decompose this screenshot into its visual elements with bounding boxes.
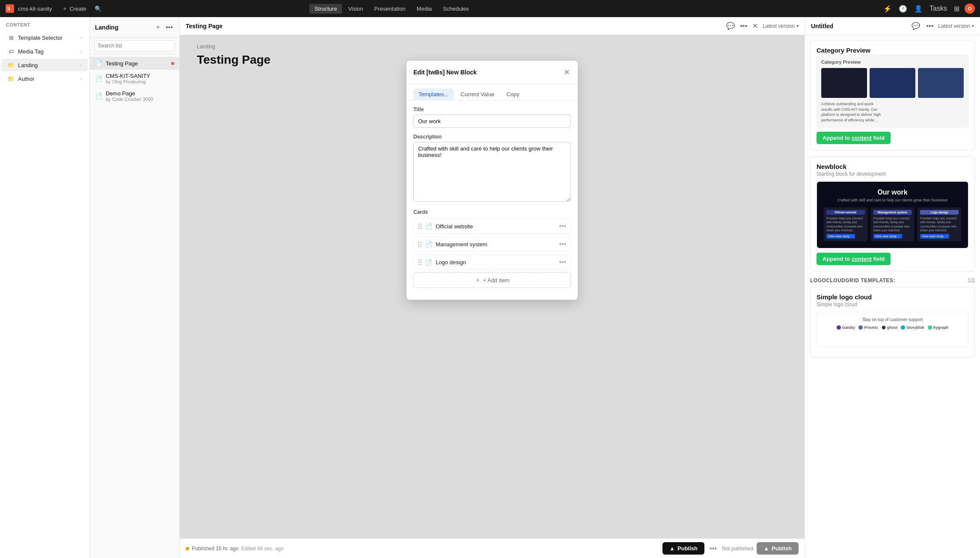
user-icon[interactable]: 👤 xyxy=(912,3,924,15)
template-preview-category: Category Preview Achieve outstanding and… xyxy=(817,55,968,127)
add-item-label: + Add item xyxy=(483,277,510,283)
sidebar-item-author[interactable]: 📁 Author › xyxy=(2,72,88,85)
list-item-testing-page[interactable]: 📄 Testing Page xyxy=(90,57,179,70)
modal-close-button[interactable]: ✕ xyxy=(563,67,571,78)
card-name-0: Official website xyxy=(436,223,555,230)
ghost-dot xyxy=(882,325,886,330)
clock-icon[interactable]: 🕐 xyxy=(897,3,909,15)
card-item-0: 📄 Official website ••• xyxy=(413,218,571,234)
publish-button[interactable]: ▲ Publish xyxy=(662,542,704,555)
nav-vision[interactable]: Vision xyxy=(343,4,368,14)
right-more-button[interactable]: ••• xyxy=(925,21,935,31)
sidebar-item-template-selector[interactable]: ⊞ Template Selector › xyxy=(2,31,88,44)
logo-prismic: Prismic xyxy=(858,325,878,330)
card-menu-button-2[interactable]: ••• xyxy=(559,258,566,266)
version-selector[interactable]: Latest version ▾ xyxy=(763,23,799,29)
modal-body: Title Description Cards xyxy=(407,100,578,300)
drag-handle-1[interactable] xyxy=(418,242,422,247)
newblock-title: Newblock xyxy=(817,163,968,170)
right-version-selector[interactable]: Latest version ▾ xyxy=(938,23,974,29)
modal-tab-templates[interactable]: Templates... xyxy=(413,89,454,100)
right-comment-button[interactable]: 💬 xyxy=(910,21,921,31)
gatsby-dot xyxy=(837,325,841,330)
search-input[interactable] xyxy=(94,40,175,51)
description-textarea[interactable] xyxy=(413,142,571,202)
drag-handle-0[interactable] xyxy=(418,224,422,229)
logo-cloud-preview-title: Stay on top of customer support xyxy=(822,317,963,322)
version-arrow-icon: ▾ xyxy=(796,24,799,28)
logo-hygraph: hygraph xyxy=(928,325,949,330)
nav-presentation[interactable]: Presentation xyxy=(369,4,411,14)
published-label: Published 16 hr. ago xyxy=(192,546,238,552)
template-selector-label: Template Selector xyxy=(18,35,77,41)
status-dot xyxy=(171,62,174,65)
title-input[interactable] xyxy=(413,115,571,128)
template-card-category: Category Preview Category Preview Achiev… xyxy=(810,40,975,151)
publish-more-button[interactable]: ••• xyxy=(708,543,719,554)
newblock-card-1: Management system Possible helps you con… xyxy=(871,207,915,241)
grid-icon[interactable]: ⊞ xyxy=(952,3,961,15)
publish-button-2[interactable]: ▲ Publish xyxy=(757,542,799,555)
topbar: S cms-kit-sanity ＋ Create 🔍 Structure Vi… xyxy=(0,0,980,17)
page-icon-3: 📄 xyxy=(95,93,102,100)
logocloudgrid-label: LOGOCLOUDGRID TEMPLATES: xyxy=(810,278,968,283)
chevron-right-icon-2: › xyxy=(80,49,82,54)
author-label: Author xyxy=(18,76,77,82)
template-icon: ⊞ xyxy=(8,34,15,41)
publish-status: Published 16 hr. ago Edited 46 sec. ago xyxy=(186,546,659,552)
right-version-label: Latest version xyxy=(938,23,970,29)
hygraph-dot xyxy=(928,325,932,330)
modal-tab-copy[interactable]: Copy xyxy=(501,89,524,100)
page-name-testing: Testing Page xyxy=(106,60,168,67)
logo-cloud-title: Simple logo cloud xyxy=(817,293,968,301)
logo-cloud-subtitle: Simple logo cloud xyxy=(817,301,968,307)
search-button[interactable]: 🔍 xyxy=(93,4,104,14)
chevron-right-icon: › xyxy=(80,35,82,40)
drag-handle-2[interactable] xyxy=(418,260,422,265)
page-item-info-2: CMS-KIT-SANITY by Oleg Proskuring xyxy=(106,73,174,84)
tasks-label[interactable]: Tasks xyxy=(928,3,949,14)
lightning-icon[interactable]: ⚡ xyxy=(882,3,894,15)
append-newblock-button[interactable]: Append to content field xyxy=(817,253,891,265)
list-item-demo[interactable]: 📄 Demo Page by Code Crusher 3000 xyxy=(90,87,179,105)
add-item-button[interactable]: ＋ + Add item xyxy=(413,272,571,288)
close-editor-button[interactable]: ✕ xyxy=(751,21,759,31)
template-card-category-title: Category Preview xyxy=(817,47,968,54)
storyblok-dot xyxy=(901,325,905,330)
avatar[interactable]: O xyxy=(965,3,975,14)
modal-tab-current[interactable]: Current Value xyxy=(455,89,499,100)
page-name-cms: CMS-KIT-SANITY xyxy=(106,73,174,79)
modal-title: Edit [twBs] New Block xyxy=(413,69,563,76)
folder-icon: 📁 xyxy=(8,62,15,68)
list-item-cms-kit[interactable]: 📄 CMS-KIT-SANITY by Oleg Proskuring xyxy=(90,70,179,87)
sidebar-item-media-tag[interactable]: 🏷 Media Tag › xyxy=(2,45,88,58)
card-menu-button-0[interactable]: ••• xyxy=(559,222,566,230)
cat-card-1 xyxy=(821,68,867,98)
middle-panel: Landing ＋ ••• 📄 Testing Page 📄 CMS-KIT-S… xyxy=(90,17,180,558)
more-pages-button[interactable]: ••• xyxy=(164,21,174,33)
content-area: Testing Page 💬 ••• ✕ Latest version ▾ La… xyxy=(180,17,980,558)
add-page-button[interactable]: ＋ xyxy=(153,21,163,33)
comment-button[interactable]: 💬 xyxy=(725,21,736,31)
newblock-preview-title: Our work xyxy=(824,189,961,196)
sidebar-item-landing[interactable]: 📁 Landing › xyxy=(2,59,88,71)
card-menu-button-1[interactable]: ••• xyxy=(559,240,566,248)
create-button[interactable]: ＋ Create xyxy=(59,3,89,14)
logo-cloud-row: Gatsby Prismic ghost xyxy=(822,325,963,330)
more-editor-button[interactable]: ••• xyxy=(739,21,748,31)
create-label: Create xyxy=(69,6,86,12)
cards-label: Cards xyxy=(413,209,571,215)
title-label: Title xyxy=(413,106,571,112)
nbc-body-1: Possible helps you connect with friends,… xyxy=(873,216,912,232)
nav-media[interactable]: Media xyxy=(412,4,437,14)
status-dot-icon xyxy=(186,547,189,550)
publish-icon-2: ▲ xyxy=(763,545,769,552)
media-tag-label: Media Tag xyxy=(18,48,77,55)
nav-schedules[interactable]: Schedules xyxy=(438,4,474,14)
topbar-right: ⚡ 🕐 👤 Tasks ⊞ O xyxy=(882,3,975,15)
append-category-button[interactable]: Append to content field xyxy=(817,132,891,144)
not-published-label: Not published xyxy=(722,546,753,552)
card-doc-icon-0: 📄 xyxy=(425,223,432,230)
nav-structure[interactable]: Structure xyxy=(309,4,342,14)
nbc-body-2: Possible helps you connect with friends,… xyxy=(920,216,959,232)
